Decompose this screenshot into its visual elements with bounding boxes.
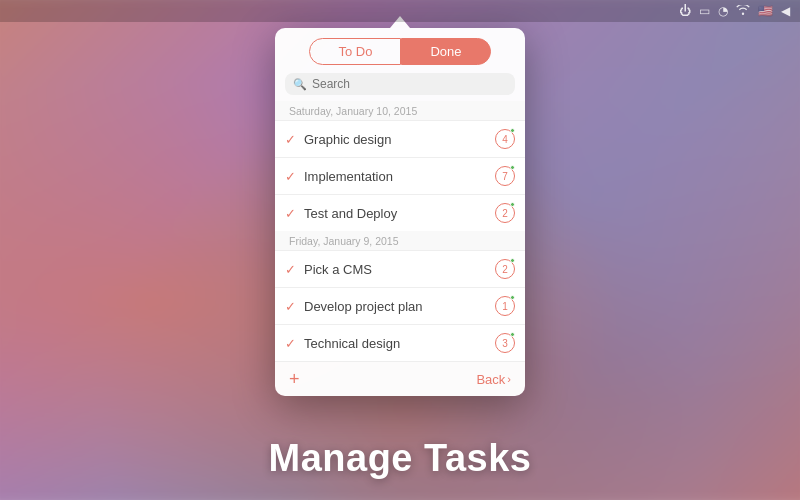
status-dot	[510, 202, 515, 207]
task-label: Pick a CMS	[304, 262, 487, 277]
task-item[interactable]: ✓ Implementation 7	[275, 157, 525, 194]
tab-bar: To Do Done	[275, 28, 525, 73]
bottom-bar: + Back ›	[275, 361, 525, 396]
status-dot	[510, 332, 515, 337]
check-icon: ✓	[285, 299, 296, 314]
task-label: Technical design	[304, 336, 487, 351]
task-label: Implementation	[304, 169, 487, 184]
search-box: 🔍	[285, 73, 515, 95]
back-menubar-icon: ◀	[781, 4, 790, 18]
check-icon: ✓	[285, 336, 296, 351]
flag-icon: 🇺🇸	[758, 4, 773, 18]
task-badge: 4	[495, 129, 515, 149]
task-badge: 2	[495, 203, 515, 223]
menubar: ⏻ ▭ ◔ 🇺🇸 ◀	[0, 0, 800, 22]
status-dot	[510, 295, 515, 300]
task-item[interactable]: ✓ Technical design 3	[275, 324, 525, 361]
back-button[interactable]: Back ›	[476, 372, 511, 387]
clock-icon: ◔	[718, 4, 728, 18]
section-header-1: Saturday, January 10, 2015	[275, 101, 525, 120]
check-icon: ✓	[285, 169, 296, 184]
task-label: Graphic design	[304, 132, 487, 147]
status-dot	[510, 128, 515, 133]
display-icon: ▭	[699, 4, 710, 18]
app-title: Manage Tasks	[0, 437, 800, 480]
task-badge: 7	[495, 166, 515, 186]
status-dot	[510, 165, 515, 170]
popup-panel: To Do Done 🔍 Saturday, January 10, 2015 …	[275, 28, 525, 396]
check-icon: ✓	[285, 262, 296, 277]
wifi-icon	[736, 4, 750, 18]
task-item[interactable]: ✓ Test and Deploy 2	[275, 194, 525, 231]
task-label: Develop project plan	[304, 299, 487, 314]
check-icon: ✓	[285, 206, 296, 221]
popup-container: To Do Done 🔍 Saturday, January 10, 2015 …	[275, 16, 525, 396]
section-header-2: Friday, January 9, 2015	[275, 231, 525, 250]
task-badge: 1	[495, 296, 515, 316]
search-input[interactable]	[312, 77, 507, 91]
task-badge: 2	[495, 259, 515, 279]
task-label: Test and Deploy	[304, 206, 487, 221]
power-icon: ⏻	[679, 4, 691, 18]
task-item[interactable]: ✓ Develop project plan 1	[275, 287, 525, 324]
check-icon: ✓	[285, 132, 296, 147]
task-badge: 3	[495, 333, 515, 353]
search-icon: 🔍	[293, 78, 307, 91]
add-button[interactable]: +	[289, 370, 300, 388]
search-container: 🔍	[275, 73, 525, 101]
tab-todo[interactable]: To Do	[309, 38, 401, 65]
chevron-right-icon: ›	[507, 373, 511, 385]
tab-done[interactable]: Done	[401, 38, 490, 65]
status-dot	[510, 258, 515, 263]
task-item[interactable]: ✓ Graphic design 4	[275, 120, 525, 157]
task-item[interactable]: ✓ Pick a CMS 2	[275, 250, 525, 287]
